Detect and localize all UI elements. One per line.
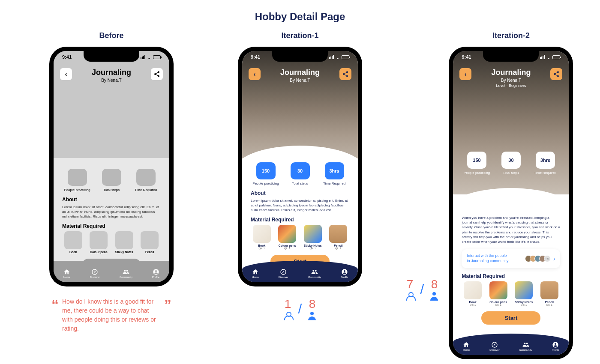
about-heading: About — [62, 197, 161, 203]
community-avatars: +47 — [527, 255, 551, 262]
status-time: 9:41 — [62, 54, 72, 60]
about-text: Lorem ipsum dolor sit amet, consectetur … — [62, 205, 161, 219]
hobby-title: Journaling — [491, 68, 531, 77]
people-icon — [123, 269, 129, 275]
nav-home[interactable]: Home — [63, 269, 70, 278]
nav-profile[interactable]: Profile — [552, 341, 559, 351]
phone-screen: 9:41 ‹ Journaling By Nena.T Level - Begi… — [453, 51, 569, 355]
phone-before: 9:41 ‹ Journaling By Nena.T — [49, 47, 174, 286]
community-card[interactable]: Interact with the peoplein Journaling co… — [462, 249, 560, 268]
signal-icon — [329, 55, 334, 59]
stat-steps: 30Total steps — [496, 152, 526, 175]
share-button[interactable] — [151, 68, 163, 80]
home-icon — [252, 269, 259, 275]
materials-row: BookQlt: 1 Colour pensQlt: 1 Sticky Note… — [462, 281, 560, 306]
materials-row: Book Colour pens Sticky Notes Pencil — [62, 231, 161, 254]
share-icon — [342, 71, 349, 78]
about-text: When you have a problem and you're stres… — [462, 215, 560, 244]
column-iter2: 7 / 8 Iteration-2 9:41 ‹ — [411, 31, 566, 359]
hobby-byline: By Nena.T — [92, 78, 131, 83]
share-button[interactable] — [550, 68, 562, 80]
share-icon — [153, 71, 160, 78]
nav-community[interactable]: Community — [308, 269, 321, 278]
people-filled-icon — [306, 312, 318, 320]
nav-discover[interactable]: Discover — [90, 269, 100, 278]
column-title-before: Before — [99, 31, 123, 40]
profile-icon — [341, 269, 348, 275]
stat-steps: 30Total steps — [285, 162, 315, 186]
hero-placeholder: ‹ Journaling By Nena.T — [54, 51, 169, 158]
material-item: Colour pensQlt: 1 — [276, 225, 299, 250]
hero-image: ‹ Journaling By Nena.T Level - Beginners… — [453, 51, 569, 194]
community-text: Interact with the peoplein Journaling co… — [467, 254, 527, 263]
phone-notch — [84, 51, 139, 62]
hobby-title: Journaling — [280, 68, 320, 77]
people-outline-icon — [282, 312, 294, 320]
nav-home[interactable]: Home — [252, 269, 259, 278]
compass-icon — [280, 269, 287, 275]
hobby-byline: By Nena.T — [491, 78, 531, 83]
materials-heading: Material Required — [462, 273, 560, 279]
stat-people: 150People practicing — [462, 152, 492, 175]
home-icon — [63, 269, 70, 275]
stat-time: Time Required — [131, 169, 161, 192]
hobby-level: Level - Beginners — [491, 84, 531, 88]
nav-profile[interactable]: Profile — [152, 269, 159, 278]
status-indicators — [141, 54, 161, 60]
people-outline-icon — [404, 292, 416, 301]
stat-time: 3hrsTime Required — [530, 152, 560, 175]
material-item: BookQlt: 1 — [462, 281, 484, 306]
nav-community[interactable]: Community — [519, 341, 532, 351]
material-item: Sticky NotesQlt: 1 — [302, 225, 324, 250]
people-filled-icon — [428, 292, 440, 301]
phone-notch — [483, 51, 539, 62]
columns: Before 9:41 ‹ Journaling — [0, 23, 600, 359]
start-button[interactable]: Start — [481, 311, 540, 325]
phone-iter2: 9:41 ‹ Journaling By Nena.T Level - Begi… — [449, 47, 573, 359]
profile-icon — [552, 341, 559, 348]
material-item: Pencil — [139, 231, 161, 254]
hobby-title: Journaling — [92, 68, 131, 77]
nav-community[interactable]: Community — [120, 269, 132, 278]
hero-image: ‹ Journaling By Nena.T — [242, 51, 358, 171]
nav-profile[interactable]: Profile — [341, 269, 348, 278]
column-before: Before 9:41 ‹ Journaling — [34, 31, 189, 359]
score-iter1: 1 / 8 — [282, 297, 318, 320]
back-button[interactable]: ‹ — [459, 68, 471, 80]
phone-iter1: 9:41 ‹ Journaling By Nena.T — [238, 47, 362, 286]
back-button[interactable]: ‹ — [60, 68, 72, 80]
material-item: BookQlt: 1 — [251, 225, 273, 250]
materials-heading: Material Required — [251, 217, 349, 223]
nav-home[interactable]: Home — [463, 341, 470, 351]
stat-row: 150People practicing 30Total steps 3hrsT… — [242, 158, 358, 186]
compass-icon — [91, 269, 98, 275]
nav-discover[interactable]: Discover — [279, 269, 288, 278]
status-indicators — [329, 54, 349, 60]
score-iter2: 7 / 8 — [404, 277, 441, 301]
share-button[interactable] — [339, 68, 351, 80]
user-quote: How do I know this is a good fit for me,… — [51, 297, 171, 333]
stat-steps: Total steps — [96, 169, 126, 192]
status-time: 9:41 — [462, 54, 471, 60]
material-item: Colour pens — [88, 231, 110, 254]
status-time: 9:41 — [251, 54, 260, 60]
battery-icon — [153, 55, 161, 59]
material-item: PencilQlt: 1 — [327, 225, 350, 250]
material-item: Sticky NotesQlt: 1 — [513, 281, 535, 306]
stat-row: People practicing Total steps Time Requi… — [54, 164, 169, 192]
home-icon — [463, 341, 470, 348]
nav-discover[interactable]: Discover — [489, 341, 499, 351]
wifi-icon — [147, 55, 152, 59]
material-item: PencilQlt: 1 — [538, 281, 561, 306]
compass-icon — [491, 341, 498, 348]
bottom-nav: Home Discover Community Profile — [242, 261, 358, 282]
about-heading: About — [251, 190, 349, 196]
phone-notch — [272, 51, 328, 62]
share-icon — [553, 71, 560, 78]
back-button[interactable]: ‹ — [249, 68, 261, 80]
stat-time: 3hrsTime Required — [319, 162, 349, 186]
about-text: Lorem ipsum dolor sit amet, consectetur … — [251, 198, 349, 213]
chevron-right-icon: › — [553, 255, 555, 262]
page-title: Hobby Detail Page — [0, 0, 600, 23]
column-title-iter2: Iteration-2 — [449, 31, 573, 40]
